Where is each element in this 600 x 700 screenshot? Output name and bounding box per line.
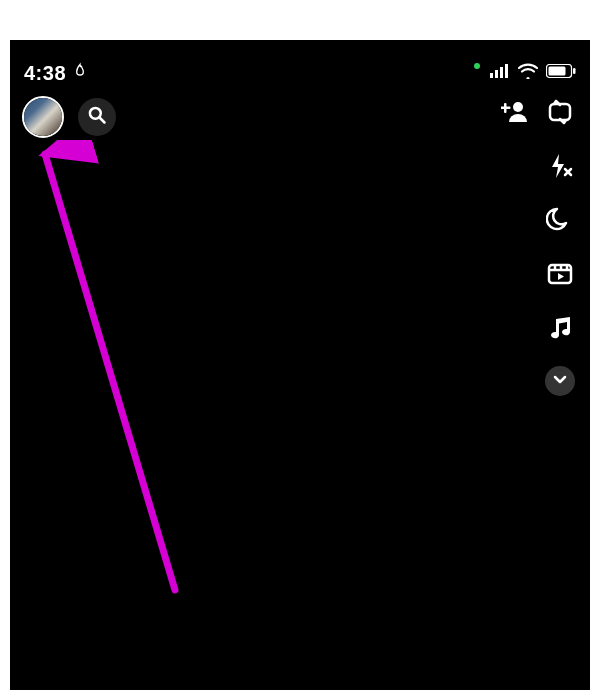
video-clip-button[interactable] [542, 258, 578, 294]
status-right [474, 63, 576, 83]
video-clip-icon [546, 260, 574, 292]
status-time: 4:38 [24, 62, 66, 85]
svg-rect-6 [573, 68, 576, 74]
add-friend-button[interactable] [500, 100, 530, 126]
camera-screen: 4:38 [10, 40, 590, 690]
add-friend-icon [501, 99, 529, 127]
battery-icon [546, 64, 576, 82]
flip-camera-icon [546, 98, 574, 130]
svg-line-8 [100, 118, 105, 123]
status-bar: 4:38 [10, 58, 590, 88]
cellular-signal-icon [490, 64, 510, 82]
chevron-down-icon [552, 371, 568, 391]
collapse-rail-button[interactable] [545, 366, 575, 396]
wifi-icon [518, 63, 538, 83]
annotation-arrow [25, 140, 195, 600]
top-right-controls [500, 100, 530, 126]
camera-tool-rail [540, 96, 580, 396]
flash-off-icon [546, 152, 574, 184]
svg-rect-2 [500, 67, 503, 78]
svg-rect-3 [505, 64, 508, 78]
night-mode-icon [546, 206, 574, 238]
avatar-image [24, 98, 62, 136]
night-mode-button[interactable] [542, 204, 578, 240]
music-icon [546, 314, 574, 346]
search-button[interactable] [78, 98, 116, 136]
svg-rect-1 [495, 70, 498, 78]
flash-button[interactable] [542, 150, 578, 186]
flip-camera-button[interactable] [542, 96, 578, 132]
svg-point-9 [513, 102, 523, 112]
privacy-indicator-dot [474, 63, 480, 69]
svg-line-21 [45, 154, 175, 590]
flame-icon [72, 61, 88, 85]
search-icon [87, 105, 107, 129]
svg-rect-0 [490, 73, 493, 78]
music-button[interactable] [542, 312, 578, 348]
svg-rect-11 [501, 107, 511, 110]
status-left: 4:38 [24, 61, 88, 85]
svg-rect-12 [550, 104, 570, 120]
profile-avatar[interactable] [22, 96, 64, 138]
top-left-controls [22, 96, 116, 138]
svg-rect-5 [549, 67, 566, 76]
